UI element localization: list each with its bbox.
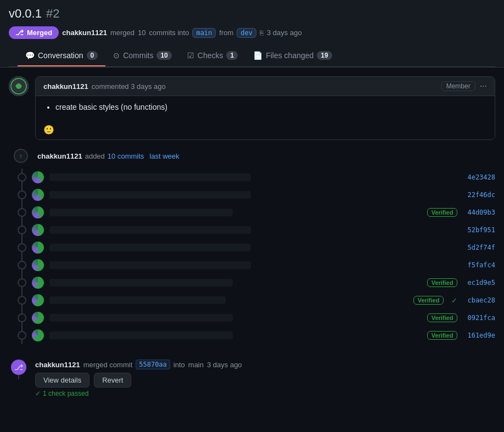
pr-title-row: v0.0.1 #2 [9, 7, 495, 26]
pr-action-text: merged [110, 29, 135, 37]
comment-box: chakkun1121 commented 3 days ago Member … [35, 76, 495, 140]
push-event-count[interactable]: 10 commits [108, 152, 144, 160]
commit-item: Verified44d09b3 [18, 204, 495, 221]
commit-hash[interactable]: 0921fca [467, 314, 495, 322]
revert-button[interactable]: Revert [94, 373, 131, 388]
pr-target-branch[interactable]: main [192, 28, 216, 38]
comment-header-right: Member ··· [441, 81, 487, 91]
commit-avatar [32, 312, 44, 324]
conversation-tab-icon: 💬 [25, 51, 35, 60]
pr-author[interactable]: chakkun1121 [62, 29, 107, 37]
commit-message-bar [49, 226, 251, 234]
comment-header: chakkun1121 commented 3 days ago Member … [36, 77, 495, 96]
tab-checks[interactable]: ☑ Checks 1 [180, 46, 245, 66]
commit-message-bar [49, 261, 251, 269]
files-changed-tab-count: 19 [317, 51, 332, 60]
push-event-time[interactable]: last week [149, 152, 179, 160]
verified-badge: Verified [427, 278, 458, 287]
commit-hash[interactable]: 52bf951 [467, 226, 495, 234]
tab-files-changed[interactable]: 📄 Files changed 19 [245, 46, 340, 66]
commits-tab-label: Commits [123, 51, 153, 60]
files-changed-tab-label: Files changed [266, 51, 313, 60]
commit-item: Verified0921fca [18, 309, 495, 327]
push-event-row: ↑ chakkun1121 added 10 commits last week [9, 149, 495, 163]
push-event-icon: ↑ [14, 149, 28, 163]
merge-event-author[interactable]: chakkun1121 [35, 361, 80, 369]
conversation-tab-count: 0 [87, 51, 98, 60]
comment-text: create basic styles (no functions) [55, 103, 486, 111]
pr-meta: ⎇ Merged chakkun1121 merged 10 commits i… [9, 26, 495, 46]
check-passed-icon: ✓ [35, 390, 41, 397]
copy-branch-icon[interactable]: ⎘ [260, 29, 264, 37]
merge-event-actions: View details Revert [35, 373, 495, 388]
commit-item: 52bf951 [18, 221, 495, 239]
conversation-tab-label: Conversation [38, 51, 83, 60]
check-mark-icon: ✓ [451, 296, 457, 305]
pr-source-branch[interactable]: dev [237, 28, 256, 38]
commit-item: 5d2f74f [18, 239, 495, 256]
commit-hash[interactable]: 44d09b3 [467, 209, 495, 216]
comment-time: commented 3 days ago [92, 82, 166, 91]
commit-dot [18, 296, 26, 305]
merged-label: Merged [27, 29, 52, 37]
merge-event: ⎇ chakkun1121 merged commit 55870aa into… [9, 355, 495, 397]
commit-hash[interactable]: 5d2f74f [467, 244, 495, 251]
checks-tab-count: 1 [226, 51, 238, 60]
commit-dot [18, 208, 26, 217]
commit-hash[interactable]: 161ed9e [467, 332, 495, 339]
merge-event-target-branch[interactable]: main [188, 361, 204, 369]
push-event-action: added [85, 152, 105, 160]
commit-avatar [32, 259, 44, 271]
commit-dot [18, 278, 26, 287]
commit-hash[interactable]: ec1d9e5 [467, 279, 495, 287]
commit-hash[interactable]: 4e23428 [467, 173, 495, 181]
commit-avatar [32, 294, 44, 306]
check-passed-text: 1 check passed [43, 390, 88, 397]
commit-message-bar [49, 296, 226, 304]
commit-avatar [32, 242, 44, 254]
comment-author[interactable]: chakkun1121 [43, 82, 88, 91]
commit-dot [18, 313, 26, 322]
commits-tab-icon: ⊙ [113, 51, 120, 60]
commit-list: 4e2342822f46dcVerified44d09b352bf9515d2f… [18, 169, 495, 344]
main-content: chakkun1121 commented 3 days ago Member … [0, 68, 504, 406]
view-details-button[interactable]: View details [35, 373, 89, 388]
reaction-bar: 🙂 [36, 120, 495, 139]
commits-tab-count: 10 [156, 51, 171, 60]
pr-time-ago: 3 days ago [267, 29, 302, 37]
commit-dot [18, 190, 26, 199]
page-header: v0.0.1 #2 ⎇ Merged chakkun1121 merged 10… [0, 0, 504, 68]
commit-hash[interactable]: f5fafc4 [467, 261, 495, 269]
push-event-text: chakkun1121 added 10 commits last week [37, 152, 180, 160]
checks-tab-label: Checks [198, 51, 223, 60]
pr-version: v0.0.1 [9, 7, 42, 21]
commit-message-bar [49, 314, 233, 322]
commit-message-bar [49, 332, 233, 339]
commit-avatar [32, 189, 44, 201]
commit-item: Verified✓cbaec28 [18, 291, 495, 309]
reaction-emoji-icon[interactable]: 🙂 [43, 125, 54, 134]
svg-point-2 [16, 83, 21, 89]
verified-badge: Verified [413, 296, 444, 305]
commit-dot [18, 261, 26, 270]
more-menu-icon[interactable]: ··· [480, 81, 487, 91]
tab-conversation[interactable]: 💬 Conversation 0 [18, 46, 105, 66]
verified-badge: Verified [427, 208, 458, 217]
commit-avatar [32, 171, 44, 183]
pr-commits-label: commits into [149, 29, 189, 37]
comment-body: create basic styles (no functions) [36, 96, 495, 120]
commit-avatar [32, 329, 44, 341]
push-event-author[interactable]: chakkun1121 [37, 152, 82, 160]
commit-hash[interactable]: 22f46dc [467, 191, 495, 199]
pr-from-label: from [219, 29, 233, 37]
merge-event-action: merged commit [83, 361, 133, 369]
commit-hash[interactable]: cbaec28 [467, 296, 495, 304]
merge-event-body: chakkun1121 merged commit 55870aa into m… [35, 360, 495, 397]
pr-number: #2 [46, 7, 59, 21]
commit-dot [18, 226, 26, 234]
merged-badge: ⎇ Merged [9, 26, 59, 39]
check-passed-status: ✓ 1 check passed [35, 390, 495, 397]
tab-commits[interactable]: ⊙ Commits 10 [105, 46, 180, 66]
member-badge: Member [441, 81, 475, 91]
merge-event-commit-ref[interactable]: 55870aa [136, 360, 170, 369]
